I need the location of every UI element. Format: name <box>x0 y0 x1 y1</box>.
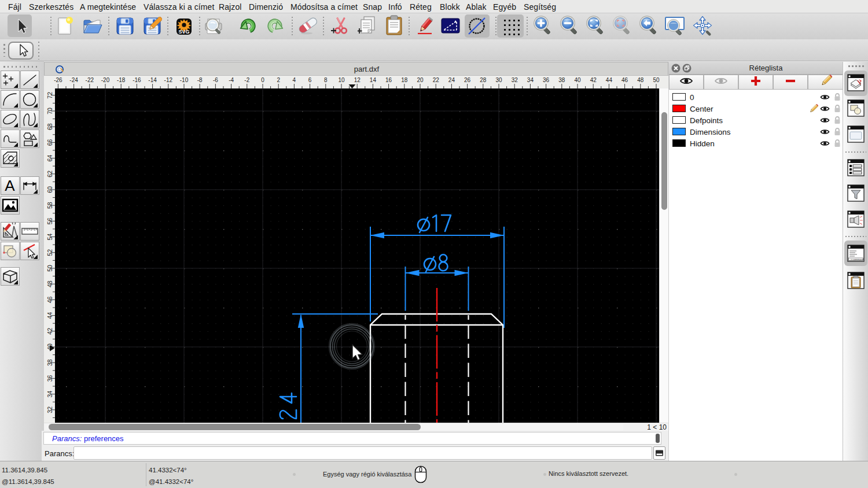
svg-text:46: 46 <box>46 296 53 303</box>
svg-text:-18: -18 <box>117 77 126 83</box>
svg-text:44: 44 <box>46 312 53 319</box>
svg-text:20: 20 <box>417 77 424 83</box>
svg-text:34: 34 <box>527 77 534 83</box>
svg-text:40: 40 <box>574 77 581 83</box>
svg-text:36: 36 <box>46 375 53 382</box>
svg-text:60: 60 <box>46 186 53 193</box>
svg-text:-20: -20 <box>101 77 110 83</box>
svg-text:44: 44 <box>606 77 613 83</box>
svg-text:12: 12 <box>354 77 361 83</box>
svg-text:42: 42 <box>590 77 597 83</box>
svg-text:46: 46 <box>621 77 628 83</box>
svg-text:34: 34 <box>46 391 53 398</box>
svg-text:-8: -8 <box>197 77 203 83</box>
svg-text:32: 32 <box>46 406 53 413</box>
svg-text:72: 72 <box>46 92 53 99</box>
svg-text:-10: -10 <box>180 77 189 83</box>
svg-text:48: 48 <box>46 280 53 287</box>
svg-text:54: 54 <box>46 234 53 241</box>
svg-text:4: 4 <box>293 77 296 83</box>
svg-text:28: 28 <box>480 77 487 83</box>
svg-text:6: 6 <box>308 77 312 83</box>
svg-text:26: 26 <box>464 77 471 83</box>
svg-text:-14: -14 <box>148 77 157 83</box>
svg-text:-2: -2 <box>244 77 249 83</box>
svg-text:-22: -22 <box>86 77 94 83</box>
svg-text:8: 8 <box>324 77 328 83</box>
svg-text:> command: > command <box>851 258 864 261</box>
svg-text:-4: -4 <box>229 77 234 83</box>
svg-text:SVG: SVG <box>178 29 189 35</box>
svg-text:32: 32 <box>512 77 518 83</box>
svg-text:0: 0 <box>261 77 264 83</box>
svg-text:-16: -16 <box>133 77 141 83</box>
svg-text:50: 50 <box>46 265 53 272</box>
svg-text:48: 48 <box>637 77 644 83</box>
svg-text:68: 68 <box>46 123 53 130</box>
svg-text:18: 18 <box>401 77 408 83</box>
svg-text:A: A <box>5 177 15 194</box>
svg-text:-24: -24 <box>69 77 78 83</box>
svg-text:42: 42 <box>46 328 53 335</box>
svg-text:66: 66 <box>46 139 53 146</box>
svg-text:14: 14 <box>370 77 377 83</box>
svg-text:64: 64 <box>46 155 53 162</box>
svg-text:-6: -6 <box>213 77 218 83</box>
svg-text:58: 58 <box>46 202 53 209</box>
svg-text:70: 70 <box>46 108 53 114</box>
svg-text:50: 50 <box>653 77 660 83</box>
svg-text:36: 36 <box>543 77 550 83</box>
svg-text:38: 38 <box>558 77 565 83</box>
svg-text:22: 22 <box>433 77 440 83</box>
svg-text:16: 16 <box>385 77 392 83</box>
svg-text:10: 10 <box>338 77 345 83</box>
svg-text:30: 30 <box>495 77 502 83</box>
svg-text:38: 38 <box>46 359 53 366</box>
svg-text:56: 56 <box>46 217 53 224</box>
svg-text:2: 2 <box>277 77 280 83</box>
svg-text:62: 62 <box>46 171 53 178</box>
svg-text:-26: -26 <box>54 77 62 83</box>
svg-text:52: 52 <box>46 249 53 256</box>
svg-text:-12: -12 <box>164 77 173 83</box>
svg-text:24: 24 <box>448 77 455 83</box>
